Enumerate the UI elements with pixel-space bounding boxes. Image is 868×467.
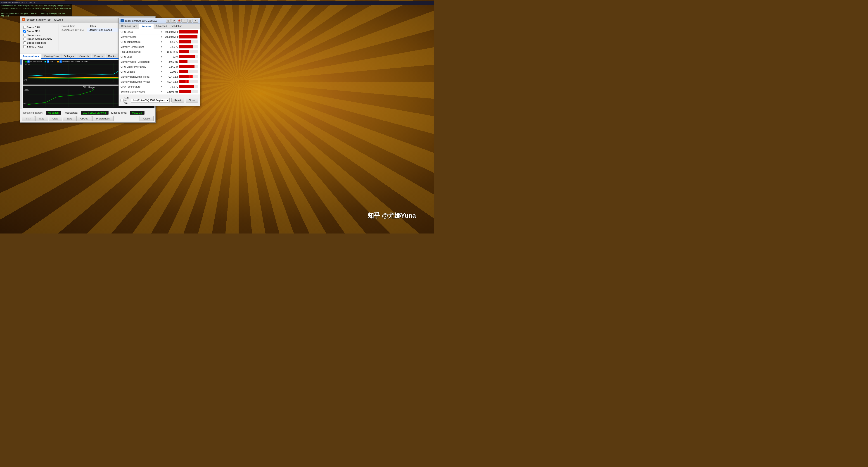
furmark-log-line1: Burn-in test: 38.2s, 1920x1080 (full), M… [1, 4, 71, 7]
gpuz-sensor-bar-wrap-0 [179, 30, 198, 33]
watermark: 知乎 @尤娜Yuna [368, 211, 416, 220]
legend-ssd-check[interactable] [60, 60, 62, 63]
gpuz-sensor-row: GPU Temperature ▼ 62.0 °C [119, 39, 200, 45]
close-button[interactable]: Close [140, 116, 154, 121]
tab-clocks[interactable]: Clocks [105, 54, 118, 58]
gpuz-sensor-arrow-12[interactable]: ▼ [159, 90, 163, 93]
cpu-ymax: 100% [24, 89, 29, 91]
furmark-log-line2: FPS=38.0, FPS/temp: 39 | GPU temp: 62 C … [1, 7, 71, 12]
stress-gpu-checkbox[interactable] [23, 45, 26, 48]
scrollbar-thumb[interactable] [20, 59, 22, 65]
gpuz-sensor-bar-5 [179, 55, 195, 58]
gpuz-sensor-bar-wrap-3 [179, 45, 198, 49]
gpuz-titlebar: Z TechPowerUp GPU-Z 2.55.0 ⊞ ⚙ 📌 ─ □ ✕ [119, 18, 200, 24]
stress-fpu-label: Stress FPU [27, 30, 39, 33]
start-button[interactable]: Start [22, 116, 35, 121]
gpuz-sensor-arrow-7[interactable]: ▼ [159, 66, 163, 68]
gpuz-sensor-name-0: GPU Clock [119, 31, 159, 33]
cpu-ymin: 0% [24, 103, 27, 105]
gpuz-sensor-arrow-9[interactable]: ▼ [159, 76, 163, 78]
stress-cache-item: Stress cache [23, 34, 57, 36]
gpuz-sensor-arrow-6[interactable]: ▼ [159, 61, 163, 63]
battery-row: Remaining Battery: No battery Test Start… [22, 111, 154, 115]
gpuz-sensor-arrow-4[interactable]: ▼ [159, 51, 163, 53]
gpuz-sensor-bar-wrap-8 [179, 70, 198, 73]
gpuz-tab-graphics-card[interactable]: Graphics Card [119, 24, 139, 29]
battery-value: No battery [46, 111, 62, 115]
elapsed-value: 00:02:19 [130, 111, 145, 115]
gpuz-sensor-arrow-0[interactable]: ▼ [159, 31, 163, 33]
gpuz-minimize-button[interactable]: ─ [182, 19, 187, 23]
gpuz-sensor-row: Memory Clock ▼ 2000.0 MHz [119, 34, 200, 39]
gpuz-tab-sensors[interactable]: Sensors [139, 24, 154, 29]
clear-button[interactable]: Clear [49, 116, 62, 121]
tab-cooling-fans[interactable]: Cooling Fans [42, 54, 62, 58]
gpuz-window: Z TechPowerUp GPU-Z 2.55.0 ⊞ ⚙ 📌 ─ □ ✕ G… [119, 18, 200, 106]
gpuz-sensor-name-4: Fan Speed (RPM) [119, 51, 159, 53]
legend-motherboard: Motherboard [25, 60, 42, 63]
tab-currents[interactable]: Currents [77, 54, 91, 58]
save-button[interactable]: Save [63, 116, 76, 121]
gpuz-sensor-val-1: 2000.0 MHz [163, 35, 179, 38]
gpuz-log-checkbox[interactable] [121, 99, 123, 102]
stress-cpu-checkbox[interactable] [23, 26, 26, 29]
gpuz-tab-advanced[interactable]: Advanced [154, 24, 169, 29]
gpuz-sensor-arrow-3[interactable]: ▼ [159, 46, 163, 48]
tab-powers[interactable]: Powers [92, 54, 105, 58]
stop-button[interactable]: Stop [35, 116, 48, 121]
legend-cpu-check[interactable] [47, 60, 49, 63]
aida-stress-options: Stress CPU Stress FPU Stress cache Stres… [22, 24, 59, 51]
gpuz-extra-btn1[interactable]: ⊞ [166, 19, 171, 23]
gpuz-sensor-bar-1 [179, 35, 197, 38]
gpuz-maximize-button[interactable]: □ [187, 19, 192, 23]
legend-motherboard-check[interactable] [27, 60, 30, 63]
tab-voltages[interactable]: Voltages [62, 54, 76, 58]
gpuz-sensor-arrow-2[interactable]: ▼ [159, 41, 163, 43]
gpuz-sensor-arrow-10[interactable]: ▼ [159, 81, 163, 83]
gpuz-sensor-name-7: GPU Chip Power Draw [119, 65, 159, 68]
gpuz-logo: Z [121, 19, 124, 22]
gpuz-sensor-bar-wrap-6 [179, 60, 198, 63]
tab-temperatures[interactable]: Temperatures [20, 54, 41, 59]
stress-disks-checkbox[interactable] [23, 41, 26, 44]
legend-ssd-label: Predator SSD GM7000 4TB [62, 60, 88, 63]
aida-scrollbar[interactable] [20, 59, 22, 109]
stress-cache-checkbox[interactable] [23, 34, 26, 36]
gpuz-sensor-val-9: 72.4 GB/s [163, 75, 179, 78]
gpuz-sensor-name-11: CPU Temperature [119, 85, 159, 88]
gpuz-sensor-name-2: GPU Temperature [119, 40, 159, 43]
gpuz-sensor-row: Fan Speed (RPM) ▼ 1546 RPM [119, 49, 200, 54]
gpuz-extra-btn2[interactable]: ⚙ [171, 19, 176, 23]
legend-motherboard-label: Motherboard [30, 60, 42, 63]
gpuz-close-button[interactable]: Close [186, 98, 198, 103]
gpuz-sensor-arrow-11[interactable]: ▼ [159, 86, 163, 88]
gpuz-sensor-row: Memory Bandwidth (Read) ▼ 72.4 GB/s [119, 74, 200, 79]
gpuz-window-title: TechPowerUp GPU-Z 2.55.0 [125, 20, 157, 22]
gpuz-pin-btn[interactable]: 📌 [177, 19, 182, 23]
elapsed-label: Elapsed Time: [111, 111, 127, 114]
gpuz-sensor-arrow-5[interactable]: ▼ [159, 56, 163, 58]
cpuid-button[interactable]: CPUID [76, 116, 92, 121]
gpuz-gpu-selector[interactable]: Intel(R) Arc(TM) A580 Graphics [131, 98, 169, 103]
test-started-value: 2023/11/22 18:40:55 [81, 111, 108, 115]
furmark-title: Geeks3D FurMark v1.36.0.0 – 39FPS [1, 2, 35, 4]
gpuz-win-controls: ⊞ ⚙ 📌 ─ □ ✕ [166, 19, 198, 23]
gpuz-sensor-row: GPU Load ▼ 83 % [119, 54, 200, 59]
gpuz-sensor-arrow-1[interactable]: ▼ [159, 36, 163, 38]
gpuz-sensor-name-10: Memory Bandwidth (Write) [119, 80, 159, 83]
stress-fpu-checkbox[interactable] [23, 30, 26, 33]
stress-disks-label: Stress local disks [27, 41, 46, 44]
gpuz-sensor-bar-2 [179, 40, 191, 43]
gpuz-sensor-val-0: 1950.0 MHz [163, 31, 179, 33]
gpuz-sensor-val-2: 62.0 °C [163, 40, 179, 43]
gpuz-sensor-arrow-8[interactable]: ▼ [159, 70, 163, 73]
preferences-button[interactable]: Preferences [92, 116, 113, 121]
gpuz-sensor-bar-6 [179, 60, 187, 63]
gpuz-tab-validation[interactable]: Validation [169, 24, 185, 29]
gpuz-sensor-bar-wrap-7 [179, 65, 198, 68]
stress-sysmem-checkbox[interactable] [23, 37, 26, 40]
gpuz-close-x-button[interactable]: ✕ [193, 19, 198, 23]
gpuz-log-label: Log to file [124, 96, 129, 104]
gpuz-reset-button[interactable]: Reset [172, 98, 184, 103]
gpuz-sensor-bar-3 [179, 45, 193, 49]
